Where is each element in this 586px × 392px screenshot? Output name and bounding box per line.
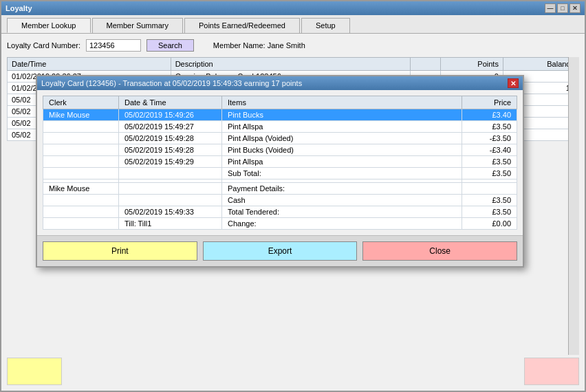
modal-content: Clerk Date & Time Items Price Mike Mouse… xyxy=(37,90,523,235)
modal-dialog: Loyalty Card (123456) - Transaction at 0… xyxy=(36,75,524,268)
window-title: Loyalty xyxy=(6,4,32,12)
search-button[interactable]: Search xyxy=(146,39,194,52)
col-icon xyxy=(411,58,441,71)
cell-items: Total Tendered: xyxy=(222,206,462,218)
modal-table: Clerk Date & Time Items Price Mike Mouse… xyxy=(43,96,517,230)
cell-price: £0.00 xyxy=(462,218,517,230)
modal-table-row[interactable]: Sub Total: £3.50 xyxy=(43,168,517,179)
col-datetime: Date/Time xyxy=(8,58,171,71)
modal-table-row[interactable]: Till: Till1 Change: £0.00 xyxy=(43,218,517,230)
content-area: Loyalty Card Number: Search Member Name:… xyxy=(1,34,585,391)
main-window: Loyalty — □ ✕ Member Lookup Member Summa… xyxy=(0,0,586,392)
cell-datetime: 05/02/2019 15:49:28 xyxy=(119,144,222,156)
modal-table-row[interactable]: Mike Mouse Payment Details: xyxy=(43,183,517,195)
cell-items: Sub Total: xyxy=(222,168,462,179)
cell-items: Pint Bucks xyxy=(222,109,462,121)
tab-setup[interactable]: Setup xyxy=(301,18,350,33)
modal-table-row[interactable]: 05/02/2019 15:49:27 Pint Allspa £3.50 xyxy=(43,121,517,133)
minimize-button[interactable]: — xyxy=(545,3,556,13)
modal-title: Loyalty Card (123456) - Transaction at 0… xyxy=(41,79,302,87)
card-number-input[interactable] xyxy=(86,39,141,52)
cell-datetime: 05/02/2019 15:49:33 xyxy=(119,206,222,218)
cell-clerk xyxy=(43,156,119,168)
modal-col-datetime: Date & Time xyxy=(119,96,222,109)
cell-price: £3.50 xyxy=(462,206,517,218)
modal-footer: Print Export Close xyxy=(37,235,523,266)
modal-col-clerk: Clerk xyxy=(43,96,119,109)
cell-datetime: Till: Till1 xyxy=(119,218,222,230)
cell-items: Pint Bucks (Voided) xyxy=(222,144,462,156)
cell-items: Pint Allspa xyxy=(222,121,462,133)
scrollbar[interactable] xyxy=(568,57,579,355)
cell-clerk xyxy=(43,218,119,230)
cell-datetime: 05/02/2019 15:49:29 xyxy=(119,156,222,168)
modal-table-row[interactable]: 05/02/2019 15:49:28 Pint Bucks (Voided) … xyxy=(43,144,517,156)
cell-datetime: 05/02/2019 15:49:27 xyxy=(119,121,222,133)
yellow-block xyxy=(7,358,62,385)
cell-price: £3.50 xyxy=(462,195,517,206)
title-bar-controls: — □ ✕ xyxy=(545,3,580,13)
col-description: Description xyxy=(171,58,411,71)
cell-clerk xyxy=(43,168,119,179)
maximize-button[interactable]: □ xyxy=(557,3,568,13)
modal-table-row[interactable]: 05/02/2019 15:49:28 Pint Allspa (Voided)… xyxy=(43,133,517,144)
cell-price xyxy=(462,183,517,195)
modal-title-bar: Loyalty Card (123456) - Transaction at 0… xyxy=(37,76,523,90)
tab-bar: Member Lookup Member Summary Points Earn… xyxy=(1,15,585,34)
cell-clerk xyxy=(43,144,119,156)
cell-price: £3.50 xyxy=(462,168,517,179)
cell-items: Payment Details: xyxy=(222,183,462,195)
tab-points-earned[interactable]: Points Earned/Redeemed xyxy=(184,18,300,33)
modal-table-row[interactable]: Cash £3.50 xyxy=(43,195,517,206)
cell-items: Cash xyxy=(222,195,462,206)
member-name-label: Member Name: Jane Smith xyxy=(213,41,305,50)
cell-datetime xyxy=(119,183,222,195)
modal-table-row[interactable]: Mike Mouse 05/02/2019 15:49:26 Pint Buck… xyxy=(43,109,517,121)
close-button[interactable]: ✕ xyxy=(569,3,580,13)
print-button[interactable]: Print xyxy=(43,241,197,261)
modal-col-price: Price xyxy=(462,96,517,109)
modal-col-items: Items xyxy=(222,96,462,109)
cell-clerk xyxy=(43,121,119,133)
bottom-row xyxy=(7,358,579,385)
modal-table-row[interactable]: 05/02/2019 15:49:33 Total Tendered: £3.5… xyxy=(43,206,517,218)
cell-price: £3.50 xyxy=(462,121,517,133)
tab-member-lookup[interactable]: Member Lookup xyxy=(7,18,91,33)
header-row: Loyalty Card Number: Search Member Name:… xyxy=(7,39,579,52)
cell-items: Change: xyxy=(222,218,462,230)
cell-datetime: 05/02/2019 15:49:26 xyxy=(119,109,222,121)
close-dialog-button[interactable]: Close xyxy=(362,241,517,261)
cell-price: £3.40 xyxy=(462,109,517,121)
cell-price: £3.50 xyxy=(462,156,517,168)
cell-clerk xyxy=(43,206,119,218)
cell-clerk: Mike Mouse xyxy=(43,183,119,195)
cell-price: -£3.50 xyxy=(462,133,517,144)
title-bar: Loyalty — □ ✕ xyxy=(1,1,585,15)
modal-table-row[interactable]: 05/02/2019 15:49:29 Pint Allspa £3.50 xyxy=(43,156,517,168)
cell-clerk: Mike Mouse xyxy=(43,109,119,121)
col-points: Points xyxy=(441,58,503,71)
cell-datetime xyxy=(119,168,222,179)
cell-datetime xyxy=(119,195,222,206)
cell-items: Pint Allspa (Voided) xyxy=(222,133,462,144)
modal-close-button[interactable]: ✕ xyxy=(508,78,519,88)
pink-block xyxy=(524,358,579,385)
export-button[interactable]: Export xyxy=(203,241,358,261)
card-label: Loyalty Card Number: xyxy=(7,41,80,50)
cell-clerk xyxy=(43,195,119,206)
cell-datetime: 05/02/2019 15:49:28 xyxy=(119,133,222,144)
cell-items: Pint Allspa xyxy=(222,156,462,168)
tab-member-summary[interactable]: Member Summary xyxy=(92,18,183,33)
col-balance: Balance xyxy=(503,58,578,71)
cell-price: -£3.40 xyxy=(462,144,517,156)
cell-clerk xyxy=(43,133,119,144)
